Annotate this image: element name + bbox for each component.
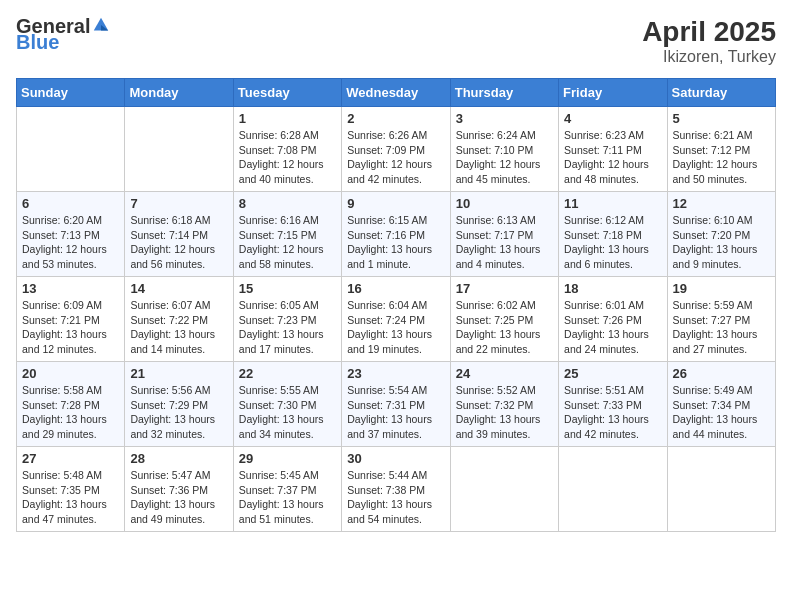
day-info: Sunrise: 5:47 AM Sunset: 7:36 PM Dayligh…	[130, 468, 227, 527]
header: General Blue April 2025 Ikizoren, Turkey	[16, 16, 776, 66]
calendar-week-3: 13Sunrise: 6:09 AM Sunset: 7:21 PM Dayli…	[17, 277, 776, 362]
page-subtitle: Ikizoren, Turkey	[642, 48, 776, 66]
day-number: 29	[239, 451, 336, 466]
day-info: Sunrise: 5:49 AM Sunset: 7:34 PM Dayligh…	[673, 383, 770, 442]
calendar-cell: 1Sunrise: 6:28 AM Sunset: 7:08 PM Daylig…	[233, 107, 341, 192]
day-info: Sunrise: 6:16 AM Sunset: 7:15 PM Dayligh…	[239, 213, 336, 272]
day-number: 4	[564, 111, 661, 126]
day-info: Sunrise: 5:55 AM Sunset: 7:30 PM Dayligh…	[239, 383, 336, 442]
day-header-sunday: Sunday	[17, 79, 125, 107]
page-title: April 2025	[642, 16, 776, 48]
calendar-cell: 10Sunrise: 6:13 AM Sunset: 7:17 PM Dayli…	[450, 192, 558, 277]
day-info: Sunrise: 5:54 AM Sunset: 7:31 PM Dayligh…	[347, 383, 444, 442]
day-number: 5	[673, 111, 770, 126]
day-info: Sunrise: 6:21 AM Sunset: 7:12 PM Dayligh…	[673, 128, 770, 187]
day-number: 16	[347, 281, 444, 296]
calendar-cell: 25Sunrise: 5:51 AM Sunset: 7:33 PM Dayli…	[559, 362, 667, 447]
calendar-cell: 9Sunrise: 6:15 AM Sunset: 7:16 PM Daylig…	[342, 192, 450, 277]
day-info: Sunrise: 5:44 AM Sunset: 7:38 PM Dayligh…	[347, 468, 444, 527]
day-info: Sunrise: 5:59 AM Sunset: 7:27 PM Dayligh…	[673, 298, 770, 357]
day-number: 1	[239, 111, 336, 126]
calendar: SundayMondayTuesdayWednesdayThursdayFrid…	[16, 78, 776, 532]
day-info: Sunrise: 6:23 AM Sunset: 7:11 PM Dayligh…	[564, 128, 661, 187]
day-number: 13	[22, 281, 119, 296]
day-number: 18	[564, 281, 661, 296]
calendar-cell: 14Sunrise: 6:07 AM Sunset: 7:22 PM Dayli…	[125, 277, 233, 362]
logo-icon	[92, 16, 110, 34]
day-number: 14	[130, 281, 227, 296]
day-info: Sunrise: 5:45 AM Sunset: 7:37 PM Dayligh…	[239, 468, 336, 527]
day-number: 9	[347, 196, 444, 211]
logo-blue: Blue	[16, 32, 59, 52]
calendar-week-2: 6Sunrise: 6:20 AM Sunset: 7:13 PM Daylig…	[17, 192, 776, 277]
day-number: 20	[22, 366, 119, 381]
calendar-cell: 3Sunrise: 6:24 AM Sunset: 7:10 PM Daylig…	[450, 107, 558, 192]
calendar-cell: 29Sunrise: 5:45 AM Sunset: 7:37 PM Dayli…	[233, 447, 341, 532]
day-info: Sunrise: 5:48 AM Sunset: 7:35 PM Dayligh…	[22, 468, 119, 527]
calendar-cell: 11Sunrise: 6:12 AM Sunset: 7:18 PM Dayli…	[559, 192, 667, 277]
day-info: Sunrise: 6:04 AM Sunset: 7:24 PM Dayligh…	[347, 298, 444, 357]
calendar-cell: 2Sunrise: 6:26 AM Sunset: 7:09 PM Daylig…	[342, 107, 450, 192]
calendar-cell: 15Sunrise: 6:05 AM Sunset: 7:23 PM Dayli…	[233, 277, 341, 362]
day-number: 10	[456, 196, 553, 211]
calendar-cell: 6Sunrise: 6:20 AM Sunset: 7:13 PM Daylig…	[17, 192, 125, 277]
calendar-cell: 23Sunrise: 5:54 AM Sunset: 7:31 PM Dayli…	[342, 362, 450, 447]
day-info: Sunrise: 6:12 AM Sunset: 7:18 PM Dayligh…	[564, 213, 661, 272]
calendar-cell: 12Sunrise: 6:10 AM Sunset: 7:20 PM Dayli…	[667, 192, 775, 277]
calendar-cell	[125, 107, 233, 192]
calendar-cell: 22Sunrise: 5:55 AM Sunset: 7:30 PM Dayli…	[233, 362, 341, 447]
day-header-saturday: Saturday	[667, 79, 775, 107]
day-number: 30	[347, 451, 444, 466]
calendar-cell: 30Sunrise: 5:44 AM Sunset: 7:38 PM Dayli…	[342, 447, 450, 532]
calendar-cell: 19Sunrise: 5:59 AM Sunset: 7:27 PM Dayli…	[667, 277, 775, 362]
calendar-header-row: SundayMondayTuesdayWednesdayThursdayFrid…	[17, 79, 776, 107]
calendar-cell: 20Sunrise: 5:58 AM Sunset: 7:28 PM Dayli…	[17, 362, 125, 447]
calendar-cell: 16Sunrise: 6:04 AM Sunset: 7:24 PM Dayli…	[342, 277, 450, 362]
day-number: 7	[130, 196, 227, 211]
day-number: 17	[456, 281, 553, 296]
title-area: April 2025 Ikizoren, Turkey	[642, 16, 776, 66]
calendar-cell: 27Sunrise: 5:48 AM Sunset: 7:35 PM Dayli…	[17, 447, 125, 532]
day-info: Sunrise: 5:52 AM Sunset: 7:32 PM Dayligh…	[456, 383, 553, 442]
calendar-cell: 4Sunrise: 6:23 AM Sunset: 7:11 PM Daylig…	[559, 107, 667, 192]
calendar-cell: 5Sunrise: 6:21 AM Sunset: 7:12 PM Daylig…	[667, 107, 775, 192]
day-header-wednesday: Wednesday	[342, 79, 450, 107]
day-number: 21	[130, 366, 227, 381]
day-info: Sunrise: 6:15 AM Sunset: 7:16 PM Dayligh…	[347, 213, 444, 272]
day-info: Sunrise: 5:58 AM Sunset: 7:28 PM Dayligh…	[22, 383, 119, 442]
day-info: Sunrise: 6:07 AM Sunset: 7:22 PM Dayligh…	[130, 298, 227, 357]
calendar-cell: 18Sunrise: 6:01 AM Sunset: 7:26 PM Dayli…	[559, 277, 667, 362]
day-header-monday: Monday	[125, 79, 233, 107]
day-number: 3	[456, 111, 553, 126]
day-number: 24	[456, 366, 553, 381]
day-number: 19	[673, 281, 770, 296]
calendar-week-1: 1Sunrise: 6:28 AM Sunset: 7:08 PM Daylig…	[17, 107, 776, 192]
day-info: Sunrise: 6:20 AM Sunset: 7:13 PM Dayligh…	[22, 213, 119, 272]
logo: General Blue	[16, 16, 110, 52]
day-info: Sunrise: 6:09 AM Sunset: 7:21 PM Dayligh…	[22, 298, 119, 357]
calendar-cell	[559, 447, 667, 532]
day-info: Sunrise: 6:01 AM Sunset: 7:26 PM Dayligh…	[564, 298, 661, 357]
day-header-friday: Friday	[559, 79, 667, 107]
day-info: Sunrise: 5:51 AM Sunset: 7:33 PM Dayligh…	[564, 383, 661, 442]
day-info: Sunrise: 6:28 AM Sunset: 7:08 PM Dayligh…	[239, 128, 336, 187]
day-number: 12	[673, 196, 770, 211]
calendar-cell: 13Sunrise: 6:09 AM Sunset: 7:21 PM Dayli…	[17, 277, 125, 362]
day-header-tuesday: Tuesday	[233, 79, 341, 107]
calendar-cell	[450, 447, 558, 532]
day-number: 6	[22, 196, 119, 211]
day-info: Sunrise: 6:24 AM Sunset: 7:10 PM Dayligh…	[456, 128, 553, 187]
calendar-week-4: 20Sunrise: 5:58 AM Sunset: 7:28 PM Dayli…	[17, 362, 776, 447]
day-number: 8	[239, 196, 336, 211]
calendar-cell: 8Sunrise: 6:16 AM Sunset: 7:15 PM Daylig…	[233, 192, 341, 277]
calendar-cell	[667, 447, 775, 532]
calendar-week-5: 27Sunrise: 5:48 AM Sunset: 7:35 PM Dayli…	[17, 447, 776, 532]
day-info: Sunrise: 6:26 AM Sunset: 7:09 PM Dayligh…	[347, 128, 444, 187]
day-number: 28	[130, 451, 227, 466]
day-number: 26	[673, 366, 770, 381]
calendar-cell: 28Sunrise: 5:47 AM Sunset: 7:36 PM Dayli…	[125, 447, 233, 532]
day-number: 15	[239, 281, 336, 296]
calendar-cell: 24Sunrise: 5:52 AM Sunset: 7:32 PM Dayli…	[450, 362, 558, 447]
day-number: 2	[347, 111, 444, 126]
calendar-cell	[17, 107, 125, 192]
